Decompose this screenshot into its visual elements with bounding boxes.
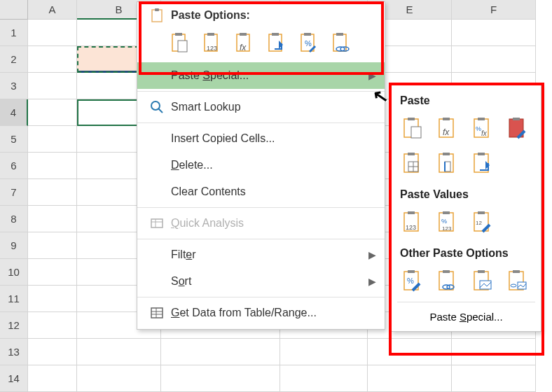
row-header-11[interactable]: 11 [0,286,28,312]
paste-special-label: Paste Special... [168,69,368,82]
cell-f1[interactable] [452,20,536,46]
sub-paste-link-icon[interactable] [434,267,462,295]
svg-rect-22 [151,219,163,227]
row-header-14[interactable]: 14 [0,365,28,392]
row-header-10[interactable]: 10 [0,259,28,286]
cell-a3[interactable] [28,73,77,99]
sub-paste-values-source-icon[interactable]: 12 [469,208,497,236]
cell-a6[interactable] [28,153,77,179]
svg-text:fx: fx [443,127,450,137]
row-header-13[interactable]: 13 [0,339,28,365]
svg-rect-9 [240,33,247,36]
svg-rect-47 [443,153,450,155]
sub-paste-values-formatting-icon[interactable]: %123 [434,208,462,236]
row-header-12[interactable]: 12 [0,312,28,339]
menu-insert-copied-cells[interactable]: Insert Copied Cells... [137,125,385,152]
submenu-paste-special-link[interactable]: Paste Special... [397,304,535,327]
cell-a13[interactable] [28,339,77,365]
clipboard-icon [146,8,168,23]
cell-a8[interactable] [28,206,77,232]
cell-e13[interactable] [368,339,452,365]
paste-link-icon[interactable] [329,30,353,55]
cell-a1[interactable] [28,20,77,46]
row-header-8[interactable]: 8 [0,206,28,232]
table-icon [146,306,168,320]
sub-paste-formatting-only-icon[interactable]: % [399,267,427,295]
cell-f2[interactable] [452,46,536,73]
insert-copied-cells-label: Insert Copied Cells... [168,132,376,145]
cell-a5[interactable] [28,126,77,153]
sub-paste-formulas-formatting-icon[interactable]: %fx [469,114,497,142]
search-icon [146,100,168,114]
sub-paste-transpose-icon[interactable] [469,149,497,177]
svg-rect-31 [411,127,421,138]
paste-formulas-icon[interactable]: fx [233,30,256,55]
submenu-paste-values-grid: 123 %123 12 [397,208,535,241]
sub-paste-keep-source-icon[interactable] [504,114,532,142]
svg-text:123: 123 [442,225,452,232]
svg-rect-4 [178,41,187,52]
sub-paste-picture-icon[interactable] [469,267,497,295]
row-header-2[interactable]: 2 [0,46,28,73]
menu-paste-special[interactable]: Paste Special... ▶ [137,62,385,89]
menu-filter[interactable]: Filter ▶ [137,241,385,268]
sub-paste-values-icon[interactable]: 123 [399,208,427,236]
cell-c14[interactable] [161,365,280,392]
sub-paste-formulas-icon[interactable]: fx [434,114,462,142]
separator [137,91,385,92]
menu-sort[interactable]: Sort ▶ [137,268,385,295]
svg-text:%: % [407,276,414,285]
paste-options-header: Paste Options: [137,5,385,26]
col-header-a[interactable]: A [28,0,77,20]
svg-text:fx: fx [240,43,247,52]
row-header-5[interactable]: 5 [0,126,28,153]
paste-formatting-icon[interactable]: % [297,30,321,55]
cell-d14[interactable] [280,365,368,392]
cell-e14[interactable] [368,365,452,392]
cell-a10[interactable] [28,259,77,286]
row-header-4[interactable]: 4 [0,99,28,126]
sub-paste-column-widths-icon[interactable] [434,149,462,177]
menu-get-data[interactable]: Get Data from Table/Range... [137,300,385,326]
separator [137,239,385,239]
menu-clear-contents[interactable]: Clear Contents [137,178,385,205]
row-header-6[interactable]: 6 [0,153,28,179]
paste-transpose-icon[interactable] [265,30,289,55]
cell-a2[interactable] [28,46,77,73]
cell-c13[interactable] [161,339,280,365]
separator [137,297,385,298]
cell-a11[interactable] [28,286,77,312]
row-header-1[interactable]: 1 [0,20,28,46]
svg-rect-70 [478,270,485,273]
svg-text:123: 123 [207,45,217,52]
svg-rect-63 [408,270,415,273]
cell-f14[interactable] [452,365,536,392]
cell-d13[interactable] [280,339,368,365]
col-header-f[interactable]: F [452,0,536,20]
menu-delete[interactable]: Delete... [137,152,385,178]
sub-paste-linked-picture-icon[interactable] [504,267,532,295]
cell-a12[interactable] [28,312,77,339]
select-all-corner[interactable] [0,0,28,20]
svg-rect-6 [207,33,214,36]
svg-text:123: 123 [406,224,416,231]
paste-all-icon[interactable] [168,30,192,55]
delete-label: Delete... [168,159,376,172]
sub-paste-all-icon[interactable] [399,114,427,142]
row-header-9[interactable]: 9 [0,232,28,259]
cell-b14[interactable] [77,365,161,392]
sub-paste-no-borders-icon[interactable] [399,149,427,177]
cell-b13[interactable] [77,339,161,365]
separator [397,302,535,302]
cell-f13[interactable] [452,339,536,365]
clear-contents-label: Clear Contents [168,186,376,198]
cell-a14[interactable] [28,365,77,392]
row-header-7[interactable]: 7 [0,179,28,206]
paste-values-icon[interactable]: 123 [200,30,224,55]
cell-a4[interactable] [28,99,77,126]
menu-smart-lookup[interactable]: Smart Lookup [137,94,385,120]
row-header-3[interactable]: 3 [0,73,28,99]
cell-a7[interactable] [28,179,77,206]
submenu-other-header: Other Paste Options [397,241,535,267]
cell-a9[interactable] [28,232,77,259]
